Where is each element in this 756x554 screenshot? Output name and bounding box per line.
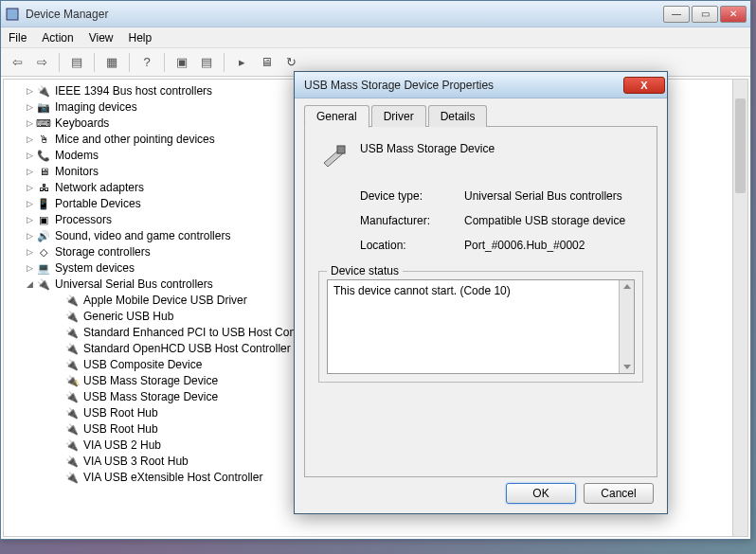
tree-item-label: Modems bbox=[55, 148, 99, 164]
minimize-button[interactable]: — bbox=[663, 6, 690, 23]
expand-arrow-icon[interactable]: ▷ bbox=[23, 244, 36, 260]
category-icon: 💻 bbox=[36, 261, 51, 277]
help-button[interactable]: ? bbox=[136, 52, 157, 73]
tree-item-label: VIA USB 2 Hub bbox=[83, 438, 161, 454]
tree-item-label: USB Root Hub bbox=[83, 405, 158, 421]
separator bbox=[94, 53, 95, 72]
menubar: File Action View Help bbox=[1, 27, 750, 48]
usb-connector-icon: 🔌 bbox=[64, 438, 80, 454]
expand-arrow-icon[interactable]: ▷ bbox=[23, 148, 36, 164]
device-status-legend: Device status bbox=[327, 264, 403, 277]
device-status-group: Device status This device cannot start. … bbox=[318, 271, 643, 383]
close-button[interactable]: ✕ bbox=[720, 6, 747, 23]
value-location: Port_#0006.Hub_#0002 bbox=[464, 239, 643, 252]
tree-item-label: Universal Serial Bus controllers bbox=[55, 277, 213, 293]
separator bbox=[224, 53, 225, 72]
expand-arrow-icon[interactable]: ▷ bbox=[23, 212, 36, 228]
tree-item-label: Keyboards bbox=[55, 116, 109, 132]
category-icon: 📞 bbox=[36, 149, 51, 164]
usb-connector-icon: 🔌 bbox=[64, 358, 80, 373]
usb-device-icon bbox=[318, 140, 349, 170]
properties-button[interactable]: ▦ bbox=[101, 52, 122, 73]
expand-arrow-icon[interactable]: ▷ bbox=[23, 180, 36, 196]
category-icon: ▣ bbox=[36, 213, 51, 228]
label-location: Location: bbox=[360, 239, 464, 252]
value-manufacturer: Compatible USB storage device bbox=[464, 214, 643, 227]
back-button[interactable]: ⇦ bbox=[7, 52, 27, 73]
expand-arrow-icon[interactable]: ▷ bbox=[23, 228, 36, 244]
refresh-button[interactable]: ↻ bbox=[280, 52, 301, 73]
tree-item-label: Monitors bbox=[55, 164, 99, 180]
dialog-title: USB Mass Storage Device Properties bbox=[304, 79, 623, 92]
titlebar[interactable]: Device Manager — ▭ ✕ bbox=[1, 1, 750, 27]
expand-arrow-icon[interactable]: ▷ bbox=[23, 99, 36, 116]
cancel-button[interactable]: Cancel bbox=[584, 483, 654, 504]
menu-view[interactable]: View bbox=[89, 31, 114, 45]
expand-arrow-icon[interactable]: ▷ bbox=[23, 260, 36, 277]
menu-help[interactable]: Help bbox=[129, 31, 153, 45]
tree-item-label: Mice and other pointing devices bbox=[55, 132, 215, 148]
device-name: USB Mass Storage Device bbox=[360, 140, 495, 155]
ok-button[interactable]: OK bbox=[506, 483, 576, 504]
tab-panel-general: USB Mass Storage Device Device type: Uni… bbox=[304, 127, 657, 477]
menu-file[interactable]: File bbox=[9, 31, 27, 45]
dialog-titlebar[interactable]: USB Mass Storage Device Properties X bbox=[295, 72, 667, 98]
expand-arrow-icon[interactable]: ▷ bbox=[23, 83, 36, 99]
tree-item-label: Processors bbox=[55, 212, 112, 228]
tree-item-label: System devices bbox=[55, 260, 135, 277]
usb-connector-icon: 🔌 bbox=[64, 455, 80, 470]
expand-arrow-icon[interactable]: ▷ bbox=[23, 164, 36, 180]
tree-item-label: Portable Devices bbox=[55, 196, 141, 212]
svg-rect-1 bbox=[337, 146, 345, 153]
forward-button[interactable]: ⇨ bbox=[31, 52, 52, 73]
category-icon: 📷 bbox=[36, 100, 51, 116]
maximize-button[interactable]: ▭ bbox=[692, 6, 718, 23]
expand-arrow-icon[interactable]: ◢ bbox=[23, 277, 36, 293]
expand-arrow-icon[interactable]: ▷ bbox=[23, 116, 36, 132]
tab-general[interactable]: General bbox=[304, 105, 369, 128]
tab-details[interactable]: Details bbox=[428, 105, 488, 127]
window-controls: — ▭ ✕ bbox=[663, 6, 747, 23]
tree-item-label: USB Mass Storage Device bbox=[83, 373, 218, 389]
uninstall-button[interactable]: 🖥 bbox=[256, 52, 277, 73]
tree-item-label: USB Mass Storage Device bbox=[83, 389, 218, 405]
svg-rect-0 bbox=[7, 9, 18, 20]
label-manufacturer: Manufacturer: bbox=[360, 214, 464, 227]
category-icon: 🔊 bbox=[36, 229, 51, 244]
dialog-close-button[interactable]: X bbox=[623, 77, 665, 94]
update-driver-button[interactable]: ▤ bbox=[196, 52, 217, 73]
tree-item-label: IEEE 1394 Bus host controllers bbox=[55, 83, 212, 99]
tab-driver[interactable]: Driver bbox=[371, 105, 426, 127]
enable-button[interactable]: ▸ bbox=[231, 52, 252, 73]
usb-connector-icon: 🔌 bbox=[64, 310, 80, 325]
category-icon: 🖱 bbox=[36, 133, 51, 148]
separator bbox=[59, 53, 60, 72]
tree-item-label: VIA USB eXtensible Host Controller bbox=[83, 470, 262, 486]
usb-connector-icon: 🔌 bbox=[64, 374, 80, 389]
scan-button[interactable]: ▣ bbox=[171, 52, 192, 73]
category-icon: 🖧 bbox=[36, 181, 51, 196]
tree-item-label: Sound, video and game controllers bbox=[55, 228, 230, 244]
value-device-type: Universal Serial Bus controllers bbox=[464, 189, 643, 203]
tree-item-label: Standard OpenHCD USB Host Controller bbox=[83, 341, 291, 357]
usb-connector-icon: 🔌 bbox=[64, 342, 80, 357]
show-hide-tree-button[interactable]: ▤ bbox=[66, 52, 87, 73]
tree-item-label: Generic USB Hub bbox=[83, 309, 173, 325]
tree-item-label: Imaging devices bbox=[55, 99, 137, 116]
tree-scrollbar[interactable] bbox=[732, 80, 747, 536]
tree-item-label: USB Root Hub bbox=[83, 421, 158, 438]
category-icon: ◇ bbox=[36, 245, 51, 260]
window-title: Device Manager bbox=[26, 8, 663, 21]
dialog-body: General Driver Details USB Mass Storage … bbox=[295, 98, 667, 483]
tab-strip: General Driver Details bbox=[304, 104, 657, 127]
device-status-text[interactable]: This device cannot start. (Code 10) bbox=[327, 279, 635, 374]
usb-connector-icon: 🔌 bbox=[64, 390, 80, 405]
properties-dialog: USB Mass Storage Device Properties X Gen… bbox=[294, 71, 668, 514]
status-scrollbar[interactable] bbox=[619, 280, 634, 373]
tree-item-label: Network adapters bbox=[55, 180, 144, 196]
expand-arrow-icon[interactable]: ▷ bbox=[23, 132, 36, 148]
expand-arrow-icon[interactable]: ▷ bbox=[23, 196, 36, 212]
category-icon: 🔌 bbox=[36, 277, 51, 293]
category-icon: 🖥 bbox=[36, 165, 51, 180]
menu-action[interactable]: Action bbox=[42, 31, 73, 45]
